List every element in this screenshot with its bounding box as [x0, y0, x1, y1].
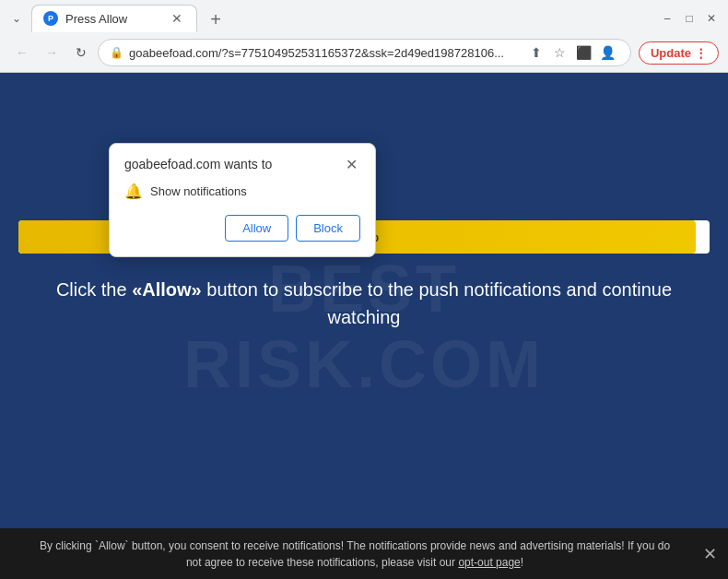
lock-icon: 🔒 — [110, 46, 123, 59]
tab-title: Press Allow — [65, 12, 127, 26]
browser-body: BEST RISK.COM 98% Click the «Allow» butt… — [0, 73, 728, 579]
popup-permission: 🔔 Show notifications — [124, 183, 360, 200]
permission-text: Show notifications — [150, 184, 247, 198]
popup-header: goabeefoad.com wants to ✕ — [124, 155, 360, 173]
window-controls-right: – □ ✕ — [660, 11, 719, 26]
bottom-bar-text3: ! — [521, 556, 523, 569]
tab-close-button[interactable]: ✕ — [169, 10, 185, 27]
update-button[interactable]: Update ⋮ — [639, 41, 719, 65]
minimize-button[interactable]: – — [660, 11, 675, 26]
bell-icon: 🔔 — [124, 183, 143, 200]
reload-button[interactable]: ↻ — [68, 40, 94, 65]
tab-favicon: P — [43, 11, 58, 26]
url-text: goabeefoad.com/?s=775104952531165372&ssk… — [129, 46, 520, 60]
chevron-down-btn[interactable]: ⌄ — [9, 11, 24, 26]
bottom-bar-text1: By clicking `Allow` button, you consent … — [40, 539, 670, 552]
bottom-bar-close-button[interactable]: ✕ — [703, 542, 717, 567]
tabs-area: P Press Allow ✕ + — [31, 5, 652, 32]
popup-buttons: Allow Block — [124, 215, 360, 242]
profile-button[interactable]: 👤 — [597, 41, 619, 64]
back-button[interactable]: ← — [9, 40, 35, 65]
window-controls-left: ⌄ — [9, 11, 24, 26]
share-button[interactable]: ⬆ — [525, 41, 547, 64]
bookmark-button[interactable]: ☆ — [549, 41, 571, 64]
browser-chrome: ⌄ P Press Allow ✕ + – □ ✕ ← → ↻ 🔒 goabee… — [0, 0, 728, 73]
address-bar: ← → ↻ 🔒 goabeefoad.com/?s=77510495253116… — [0, 35, 728, 72]
main-text-before: Click the — [56, 279, 132, 300]
popup-close-button[interactable]: ✕ — [342, 155, 360, 173]
new-tab-button[interactable]: + — [203, 6, 229, 32]
omnibox-actions: ⬆ ☆ ⬛ 👤 — [525, 41, 619, 64]
allow-button[interactable]: Allow — [225, 215, 288, 242]
address-omnibox[interactable]: 🔒 goabeefoad.com/?s=775104952531165372&s… — [98, 39, 631, 66]
main-text-after: button to subscribe to the push notifica… — [202, 279, 672, 327]
bottom-bar-text2: not agree to receive these notifications… — [186, 556, 459, 569]
notification-popup: goabeefoad.com wants to ✕ 🔔 Show notific… — [109, 143, 376, 257]
active-tab[interactable]: P Press Allow ✕ — [31, 5, 197, 32]
popup-title: goabeefoad.com wants to — [124, 157, 272, 171]
update-menu-icon: ⋮ — [695, 46, 707, 60]
block-button[interactable]: Block — [296, 215, 360, 242]
restore-button[interactable]: □ — [682, 11, 697, 26]
title-bar: ⌄ P Press Allow ✕ + – □ ✕ — [0, 0, 728, 35]
close-button[interactable]: ✕ — [704, 11, 719, 26]
toolbar-actions: Update ⋮ — [639, 41, 719, 65]
tab-search-button[interactable]: ⬛ — [573, 41, 595, 64]
main-text-bold: «Allow» — [132, 279, 202, 300]
main-text: Click the «Allow» button to subscribe to… — [18, 276, 710, 331]
bottom-notification-bar: By clicking `Allow` button, you consent … — [0, 528, 728, 579]
opt-out-link[interactable]: opt-out page — [458, 556, 520, 569]
forward-button[interactable]: → — [39, 40, 65, 65]
